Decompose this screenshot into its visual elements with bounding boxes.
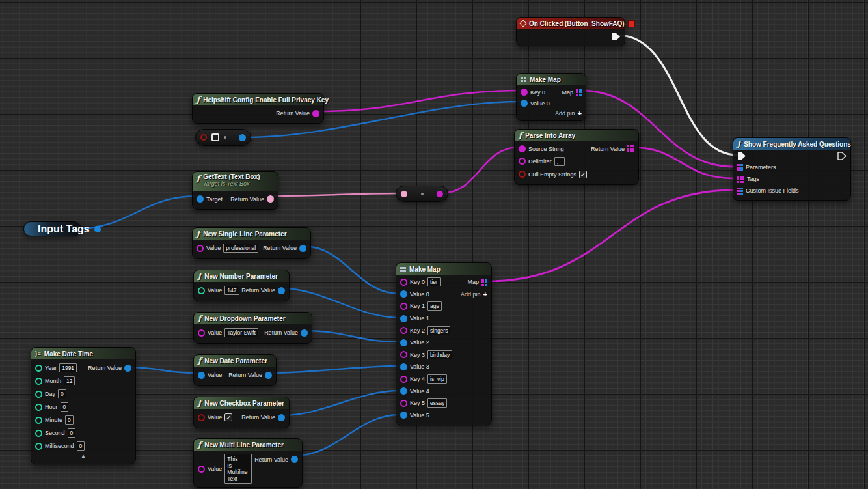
- node-new-single-line-parameter[interactable]: ƒ New Single Line Parameter Value profes…: [192, 227, 311, 259]
- key2-input[interactable]: singers: [427, 326, 450, 335]
- add-pin-button[interactable]: +: [578, 109, 582, 117]
- key5-pin[interactable]: [400, 400, 407, 407]
- delimiter-input[interactable]: ,: [554, 157, 565, 166]
- node-header[interactable]: Make Map: [517, 74, 586, 85]
- node-header[interactable]: ƒ New Date Parameter: [194, 355, 276, 367]
- node-header[interactable]: ƒ New Multi Line Parameter: [194, 439, 302, 451]
- custom-issue-fields-map-pin[interactable]: [737, 188, 743, 195]
- key4-pin[interactable]: [400, 376, 407, 383]
- return-value-pin[interactable]: [124, 365, 131, 372]
- value-pin[interactable]: [198, 414, 205, 421]
- node-header[interactable]: Make Map: [396, 263, 491, 275]
- value2-pin[interactable]: [400, 339, 407, 346]
- node-new-dropdown-parameter[interactable]: ƒ New Dropdown Parameter Value Taylor Sw…: [193, 312, 312, 344]
- value-pin[interactable]: [198, 287, 205, 294]
- hour-input[interactable]: 0: [61, 402, 69, 412]
- wire-dateparam-to-value3[interactable]: [269, 366, 400, 373]
- value-pin[interactable]: [198, 372, 205, 379]
- node-make-date-time[interactable]: }≡ Make Date Time Year 1991 Return Value…: [31, 347, 136, 464]
- bool-checkbox-unchecked[interactable]: [211, 133, 219, 141]
- wire-gettext-to-conversion[interactable]: [273, 193, 402, 196]
- output-pin[interactable]: [94, 226, 101, 232]
- value-input[interactable]: Taylor Swift: [224, 328, 258, 337]
- node-make-map-parameters[interactable]: Make Map Key 0 Map Value 0 Add pin+: [516, 73, 586, 121]
- wire-singleline-to-value0[interactable]: [303, 246, 400, 294]
- node-header[interactable]: ƒ New Number Parameter: [194, 270, 289, 282]
- node-helpshift-config-key[interactable]: ƒ Helpshift Config Enable Full Privacy K…: [192, 93, 324, 124]
- node-header[interactable]: ƒ Helpshift Config Enable Full Privacy K…: [193, 94, 323, 105]
- node-make-map-custom-fields[interactable]: Make Map Key 0 tier Map Value 0 Add pin+…: [396, 262, 492, 425]
- node-header[interactable]: ƒ New Single Line Parameter: [193, 228, 310, 240]
- target-pin[interactable]: [197, 195, 204, 203]
- cull-checkbox-checked[interactable]: ✓: [579, 171, 587, 178]
- value-input[interactable]: 147: [224, 286, 239, 295]
- string-output-pin[interactable]: [437, 191, 443, 197]
- map-output-pin[interactable]: [481, 279, 487, 286]
- source-string-pin[interactable]: [519, 145, 526, 152]
- key4-input[interactable]: is_vip: [427, 374, 447, 384]
- node-new-checkbox-parameter[interactable]: ƒ New Checkbox Parameter Value ✓ Return …: [193, 397, 290, 428]
- value0-pin[interactable]: [521, 100, 528, 107]
- return-value-pin[interactable]: [278, 287, 285, 294]
- exec-out-pin[interactable]: [612, 33, 621, 41]
- year-pin[interactable]: [35, 365, 42, 372]
- value-checkbox-checked[interactable]: ✓: [224, 413, 232, 421]
- wire-conversion-to-parse-source[interactable]: [441, 147, 519, 193]
- value-pin[interactable]: [197, 245, 204, 252]
- node-parse-into-array[interactable]: ƒ Parse Into Array Source String Return …: [514, 129, 639, 185]
- second-pin[interactable]: [35, 430, 42, 437]
- value-input[interactable]: professional: [223, 244, 258, 253]
- key5-input[interactable]: essay: [427, 398, 447, 408]
- delegate-pin[interactable]: [628, 20, 635, 27]
- map-output-pin[interactable]: [576, 89, 582, 96]
- exec-out-pin[interactable]: [837, 152, 847, 160]
- node-new-multi-line-parameter[interactable]: ƒ New Multi Line Parameter Value This Is…: [193, 438, 303, 488]
- cull-empty-strings-pin[interactable]: [519, 171, 526, 178]
- node-header[interactable]: }≡ Make Date Time: [31, 348, 135, 359]
- text-input-pin[interactable]: [401, 191, 407, 197]
- collapse-arrow[interactable]: ▲: [31, 453, 135, 460]
- bool-input-pin[interactable]: [200, 134, 207, 141]
- node-bool-literal[interactable]: [195, 129, 251, 146]
- wire-makemap2-to-customissuefields[interactable]: [487, 190, 734, 281]
- day-input[interactable]: 0: [58, 389, 66, 398]
- value4-pin[interactable]: [400, 387, 407, 395]
- month-pin[interactable]: [35, 378, 42, 385]
- value0-pin[interactable]: [400, 290, 407, 298]
- millisecond-pin[interactable]: [35, 443, 42, 450]
- key0-input[interactable]: tier: [427, 277, 441, 286]
- add-pin-button[interactable]: +: [483, 290, 487, 298]
- return-value-pin[interactable]: [312, 110, 319, 117]
- node-header[interactable]: On Clicked (Button_ShowFAQ): [517, 18, 625, 29]
- node-header[interactable]: ƒ GetText (Text Box)Target is Text Box: [193, 172, 278, 191]
- string-array-output-pin[interactable]: [627, 145, 634, 152]
- delimiter-pin[interactable]: [519, 158, 526, 165]
- node-header[interactable]: ƒ Show Frequently Asked Questions: [733, 138, 850, 150]
- blueprint-graph-canvas[interactable]: On Clicked (Button_ShowFAQ) Make Map Key…: [0, 0, 868, 489]
- wire-helpshift-to-makemap-key0[interactable]: [318, 91, 520, 111]
- key0-pin[interactable]: [400, 279, 407, 286]
- node-header[interactable]: ƒ New Checkbox Parameter: [194, 397, 289, 409]
- wire-makedatetime-to-dateparam[interactable]: [128, 367, 197, 373]
- return-value-pin[interactable]: [291, 456, 298, 463]
- node-header[interactable]: ƒ New Dropdown Parameter: [194, 313, 312, 324]
- return-value-pin[interactable]: [265, 372, 272, 379]
- return-value-pin[interactable]: [299, 245, 306, 252]
- exec-in-pin[interactable]: [737, 152, 746, 160]
- hour-pin[interactable]: [35, 404, 42, 411]
- key3-input[interactable]: birthday: [427, 350, 452, 359]
- millisecond-input[interactable]: 0: [77, 441, 85, 451]
- value5-pin[interactable]: [400, 412, 407, 419]
- key1-input[interactable]: age: [427, 301, 442, 311]
- value-multiline-input[interactable]: This Is Multiline Text: [224, 454, 252, 484]
- key1-pin[interactable]: [400, 303, 407, 310]
- key0-pin[interactable]: [521, 89, 528, 96]
- parameters-map-pin[interactable]: [737, 164, 743, 171]
- month-input[interactable]: 12: [64, 376, 75, 385]
- value-pin[interactable]: [198, 466, 205, 473]
- year-input[interactable]: 1991: [59, 363, 77, 372]
- key3-pin[interactable]: [400, 351, 407, 358]
- node-show-faq[interactable]: ƒ Show Frequently Asked Questions Parame…: [733, 137, 851, 201]
- node-new-date-parameter[interactable]: ƒ New Date Parameter Value Return Value: [193, 354, 277, 386]
- output-pin[interactable]: [239, 134, 246, 141]
